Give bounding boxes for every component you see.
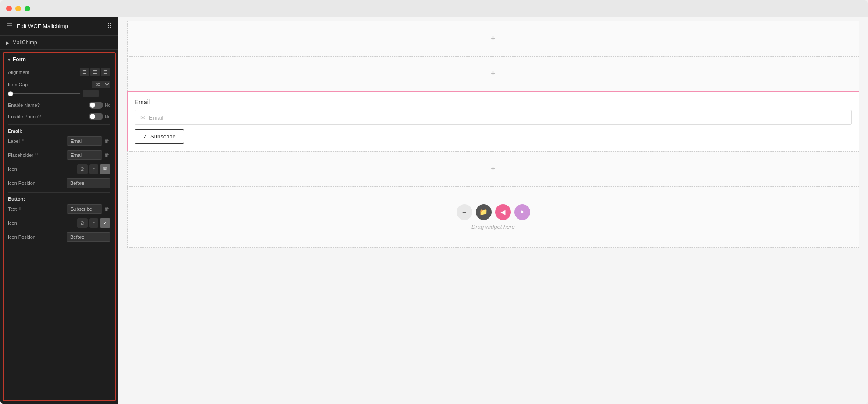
align-center-button[interactable]: ☰ <box>90 68 100 76</box>
button-icon-position-select[interactable]: Before After <box>67 232 110 242</box>
divider-1 <box>8 124 110 125</box>
email-icon-position-row: Icon Position Before After <box>8 178 110 188</box>
label-field-label-container: Label ⠿ <box>8 138 25 144</box>
label-drag-handle[interactable]: ⠿ <box>21 139 25 144</box>
mailchimp-label[interactable]: ▶ MailChimp <box>6 39 112 46</box>
button-icon-label: Icon <box>8 220 17 226</box>
main-content: + + Email ✉ Email ✓ Subscribe + <box>118 17 868 404</box>
email-field-icon: ✉ <box>140 114 145 121</box>
item-gap-slider-row <box>8 90 110 97</box>
divider-2 <box>8 192 110 193</box>
align-left-button[interactable]: ☰ <box>80 68 89 76</box>
label-field-row: Label ⠿ 🗑 <box>8 136 110 146</box>
text-text-input[interactable] <box>67 204 102 214</box>
drag-widget-zone[interactable]: + 📁 ◀ ✦ Drag widget here <box>127 186 859 248</box>
placeholder-delete-button[interactable]: 🗑 <box>103 151 110 159</box>
button-icon-position-row: Icon Position Before After <box>8 232 110 242</box>
placeholder-field-row: Placeholder ⠿ 🗑 <box>8 150 110 160</box>
email-icon-none-button[interactable]: ⊘ <box>77 164 88 174</box>
button-icon-none-button[interactable]: ⊘ <box>77 218 88 228</box>
alignment-buttons: ☰ ☰ ☰ <box>80 68 110 76</box>
middle-drop-zone[interactable]: + <box>127 56 859 91</box>
text-delete-button[interactable]: 🗑 <box>103 205 110 213</box>
alignment-row: Alignment ☰ ☰ ☰ <box>8 68 110 76</box>
item-gap-value-input[interactable] <box>83 90 99 97</box>
text-field-label-container: Text ⠿ <box>8 206 21 212</box>
form-section: ▾ Form Alignment ☰ ☰ ☰ Item Gap p <box>3 52 116 401</box>
email-icon-buttons: ⊘ ↑ ✉ <box>77 164 110 174</box>
item-gap-unit-select[interactable]: px em % <box>92 81 110 88</box>
mailchimp-section: ▶ MailChimp <box>0 36 118 50</box>
email-icon-position-select[interactable]: Before After <box>67 178 110 188</box>
subscribe-label: Subscribe <box>150 133 176 140</box>
button-icon-buttons: ⊘ ↑ ✓ <box>77 218 110 228</box>
mailchimp-text: MailChimp <box>12 39 37 46</box>
enable-phone-toggle-slider <box>89 113 103 120</box>
button-icon-check-button[interactable]: ✓ <box>100 218 110 228</box>
email-section-label: Email: <box>8 128 110 134</box>
enable-phone-state: No <box>105 114 110 119</box>
placeholder-label-container: Placeholder ⠿ <box>8 152 38 158</box>
enable-name-toggle[interactable] <box>89 102 103 109</box>
placeholder-drag-handle[interactable]: ⠿ <box>35 153 38 158</box>
enable-phone-label: Enable Phone? <box>8 114 41 119</box>
email-field-placeholder: Email <box>149 114 163 121</box>
placeholder-label: Placeholder <box>8 152 33 158</box>
form-section-header[interactable]: ▾ Form <box>8 57 110 63</box>
button-icon-row: Icon ⊘ ↑ ✓ <box>8 218 110 228</box>
email-icon-row: Icon ⊘ ↑ ✉ <box>8 164 110 174</box>
label-text-input[interactable] <box>67 136 102 146</box>
enable-phone-row: Enable Phone? No <box>8 113 110 120</box>
drag-zone-folder-button[interactable]: 📁 <box>476 204 492 220</box>
minimize-button[interactable] <box>15 6 21 11</box>
drag-zone-back-button[interactable]: ◀ <box>495 204 511 220</box>
drag-zone-buttons: + 📁 ◀ ✦ <box>457 204 530 220</box>
app-body: ☰ Edit WCF Mailchimp ⠿ ▶ MailChimp ▾ For… <box>0 17 868 404</box>
placeholder-input-group: 🗑 <box>67 150 110 160</box>
enable-name-toggle-container: No <box>89 102 110 109</box>
lower-drop-zone[interactable]: + <box>127 151 859 186</box>
form-collapse-arrow: ▾ <box>8 57 10 62</box>
align-right-button[interactable]: ☰ <box>101 68 110 76</box>
email-input-row: ✉ Email <box>135 110 852 125</box>
lower-drop-zone-add[interactable]: + <box>491 164 496 174</box>
drag-zone-add-button[interactable]: + <box>457 204 472 220</box>
email-icon-label: Icon <box>8 167 17 172</box>
enable-name-label: Enable Name? <box>8 103 40 108</box>
email-icon-email-button[interactable]: ✉ <box>100 164 110 174</box>
item-gap-label: Item Gap <box>8 82 28 87</box>
text-field-label: Text <box>8 206 17 212</box>
text-field-row: Text ⠿ 🗑 <box>8 204 110 214</box>
email-widget: Email ✉ Email ✓ Subscribe <box>127 91 859 151</box>
mailchimp-arrow: ▶ <box>6 40 10 45</box>
email-icon-upload-button[interactable]: ↑ <box>89 164 98 174</box>
grid-icon[interactable]: ⠿ <box>107 22 112 30</box>
sidebar-header: ☰ Edit WCF Mailchimp ⠿ <box>0 17 118 36</box>
text-drag-handle[interactable]: ⠿ <box>18 207 21 212</box>
titlebar <box>0 0 868 17</box>
alignment-label: Alignment <box>8 70 29 75</box>
enable-name-toggle-slider <box>89 102 103 109</box>
button-icon-upload-button[interactable]: ↑ <box>89 218 98 228</box>
top-drop-zone-add[interactable]: + <box>491 34 496 43</box>
hamburger-icon[interactable]: ☰ <box>6 22 12 30</box>
enable-phone-toggle[interactable] <box>89 113 103 120</box>
sidebar-header-left: ☰ Edit WCF Mailchimp <box>6 22 68 30</box>
enable-name-state: No <box>105 103 110 108</box>
item-gap-row: Item Gap px em % <box>8 81 110 88</box>
close-button[interactable] <box>6 6 12 11</box>
maximize-button[interactable] <box>25 6 30 11</box>
item-gap-slider[interactable] <box>8 93 80 94</box>
placeholder-text-input[interactable] <box>67 150 102 160</box>
middle-drop-zone-add[interactable]: + <box>491 69 496 78</box>
sidebar: ☰ Edit WCF Mailchimp ⠿ ▶ MailChimp ▾ For… <box>0 17 118 404</box>
button-section-label: Button: <box>8 196 110 202</box>
enable-phone-toggle-container: No <box>89 113 110 120</box>
sidebar-title: Edit WCF Mailchimp <box>17 23 68 29</box>
drag-zone-connect-button[interactable]: ✦ <box>514 204 530 220</box>
app-window: ☰ Edit WCF Mailchimp ⠿ ▶ MailChimp ▾ For… <box>0 0 868 404</box>
subscribe-button[interactable]: ✓ Subscribe <box>135 129 184 144</box>
label-delete-button[interactable]: 🗑 <box>103 137 110 145</box>
top-drop-zone[interactable]: + <box>127 21 859 56</box>
label-input-group: 🗑 <box>67 136 110 146</box>
